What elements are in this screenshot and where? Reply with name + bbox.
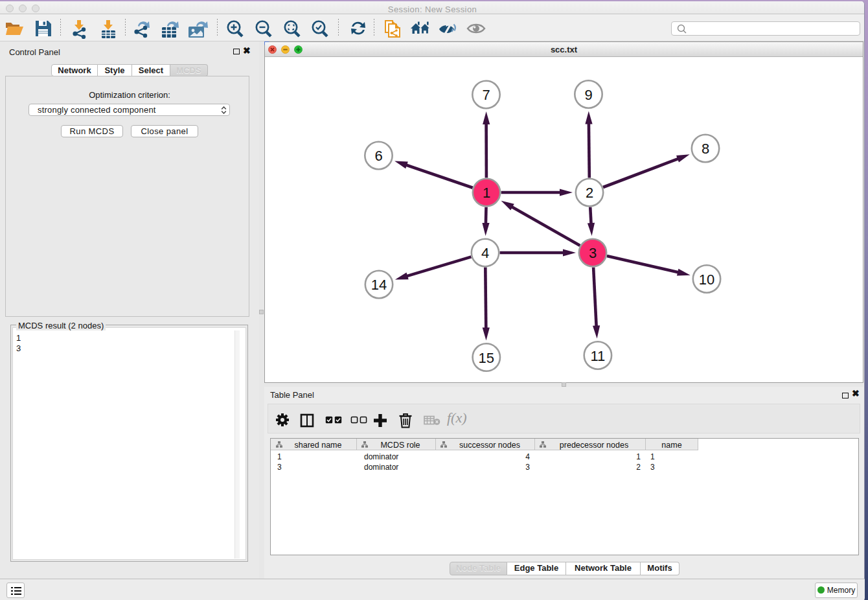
svg-text:predecessor nodes: predecessor nodes: [560, 441, 628, 450]
svg-text:name: name: [661, 441, 681, 450]
svg-text:4: 4: [481, 245, 489, 261]
svg-text:1: 1: [483, 185, 490, 201]
svg-text:6: 6: [374, 148, 382, 164]
svg-text:3: 3: [589, 245, 597, 261]
svg-text:15: 15: [479, 350, 494, 366]
svg-text:10: 10: [699, 271, 714, 288]
svg-text:MCDS role: MCDS role: [380, 441, 420, 450]
svg-text:14: 14: [371, 277, 387, 293]
svg-text:7: 7: [482, 87, 490, 103]
svg-text:8: 8: [702, 141, 709, 157]
svg-text:11: 11: [590, 348, 605, 364]
svg-text:2: 2: [586, 185, 593, 201]
svg-text:successor nodes: successor nodes: [459, 441, 520, 450]
svg-text:shared name: shared name: [295, 441, 342, 450]
svg-text:9: 9: [584, 87, 592, 103]
